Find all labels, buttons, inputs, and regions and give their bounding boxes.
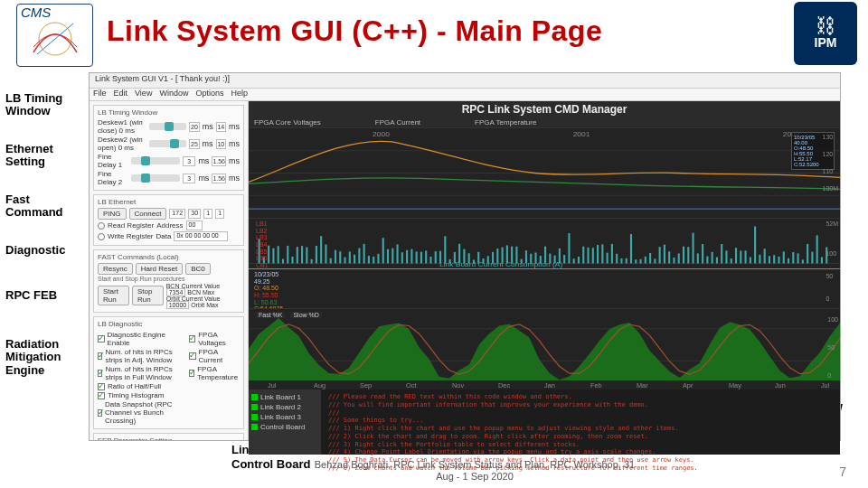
chart-mid[interactable]: LB1LB2LB3LB4LB5LB6CB1 10/23/0549.25O: 48…: [249, 218, 840, 308]
chk-fpga-t[interactable]: [189, 370, 194, 377]
svg-rect-17: [291, 257, 293, 264]
mid-lb-labels: LB1LB2LB3LB4LB5LB6CB1: [256, 221, 269, 269]
chart-top[interactable]: 10/23/05 40.00 O:48.50 H:55.50 L:52.17 C…: [249, 127, 840, 218]
svg-rect-19: [301, 246, 303, 263]
svg-rect-100: [687, 247, 689, 263]
svg-text:Feb: Feb: [590, 382, 602, 389]
chk-fpga-c[interactable]: [189, 352, 195, 360]
menu-help[interactable]: Help: [231, 89, 248, 100]
svg-rect-56: [477, 252, 479, 264]
cms-logo: CMS: [16, 4, 93, 67]
svg-rect-77: [578, 257, 580, 264]
svg-rect-117: [769, 256, 770, 263]
svg-rect-82: [601, 244, 603, 263]
ip-0[interactable]: 172: [169, 209, 185, 219]
svg-rect-39: [397, 244, 399, 263]
addr-input[interactable]: 00: [186, 221, 203, 230]
lbl-diag: Diagnostic: [5, 244, 81, 257]
svg-rect-23: [320, 236, 322, 263]
panel-feb: FEB Parameter Setting CH1DAC1TEMP 1Set D…: [93, 433, 244, 440]
panel-diag: LB Diagnostic Diagnostic Engine Enable N…: [93, 316, 244, 429]
fd1-slider[interactable]: [131, 157, 180, 164]
menu-edit[interactable]: Edit: [114, 89, 128, 100]
svg-rect-69: [540, 256, 542, 263]
svg-rect-29: [349, 251, 351, 263]
chk-hits-adj[interactable]: [98, 352, 102, 360]
svg-text:Dec: Dec: [498, 382, 511, 389]
list-item[interactable]: Control Board: [251, 422, 318, 432]
read-reg-radio[interactable]: [98, 222, 105, 230]
svg-rect-46: [429, 257, 431, 264]
panel-fast-title: FAST Commands (Local): [98, 253, 240, 261]
list-item[interactable]: Link Board 1: [251, 392, 318, 402]
chk-hits-full[interactable]: [98, 370, 102, 377]
svg-rect-80: [592, 248, 594, 263]
svg-rect-109: [731, 258, 732, 263]
svg-rect-45: [425, 250, 427, 263]
svg-rect-61: [502, 248, 504, 264]
list-item[interactable]: Link Board 3: [251, 412, 318, 422]
menu-options[interactable]: Options: [195, 89, 223, 100]
status-messages[interactable]: /// Please read the RED text within this…: [321, 389, 840, 455]
cmd-title: RPC Link System CMD Manager: [249, 101, 840, 117]
svg-rect-89: [635, 259, 637, 263]
svg-rect-103: [702, 244, 703, 263]
ip-1[interactable]: 30: [188, 209, 201, 219]
deskew1-slider[interactable]: [149, 123, 186, 130]
svg-text:Apr: Apr: [683, 382, 693, 389]
svg-rect-33: [368, 256, 370, 263]
data-input[interactable]: 0x 00 00 00 00: [174, 231, 228, 241]
right-pane: RPC Link System CMD Manager FPGA Core Vo…: [249, 101, 840, 440]
ipm-logo: ⛓ IPM: [794, 2, 857, 65]
svg-rect-113: [750, 258, 751, 264]
svg-rect-118: [773, 255, 775, 263]
chk-diag-enable[interactable]: [98, 335, 105, 343]
lbl-fast: Fast Command: [5, 193, 81, 221]
status-window: Link Board 1 Link Board 2 Link Board 3 C…: [249, 389, 840, 455]
svg-rect-63: [511, 247, 513, 264]
bc0-button[interactable]: BC0: [185, 263, 211, 275]
status-icon: [251, 394, 258, 400]
deskew2-slider[interactable]: [149, 140, 186, 147]
svg-rect-122: [792, 252, 794, 264]
chk-fpga-v[interactable]: [189, 335, 195, 343]
menu-view[interactable]: View: [135, 89, 152, 100]
ping-button[interactable]: PING: [98, 208, 127, 220]
menu-file[interactable]: File: [93, 89, 107, 100]
svg-rect-59: [492, 252, 494, 264]
svg-rect-98: [678, 253, 680, 263]
board-control: Control Board: [231, 457, 310, 472]
menu-window[interactable]: Window: [159, 89, 188, 100]
startrun-button[interactable]: Start Run: [98, 286, 129, 305]
resync-button[interactable]: Resync: [98, 263, 133, 275]
write-reg-radio[interactable]: [98, 233, 105, 240]
svg-rect-34: [373, 257, 374, 264]
svg-rect-47: [435, 251, 437, 263]
connect-button[interactable]: Connect: [129, 208, 167, 220]
stoprun-button[interactable]: Stop Run: [132, 286, 164, 305]
svg-rect-110: [735, 248, 737, 263]
hardreset-button[interactable]: Hard Reset: [136, 263, 183, 275]
svg-rect-60: [496, 249, 498, 263]
deskew1-v1: 20: [189, 122, 199, 132]
svg-rect-58: [487, 256, 489, 263]
chk-snapshot[interactable]: [98, 409, 102, 417]
svg-rect-40: [401, 252, 403, 263]
footer: Behzad Boghrati, RPC Link System Status …: [307, 459, 642, 483]
svg-rect-66: [525, 250, 527, 263]
svg-rect-76: [573, 258, 575, 263]
chk-timing[interactable]: [98, 392, 105, 399]
svg-rect-102: [697, 253, 699, 263]
panel-eth-title: LB Ethernet: [98, 198, 240, 206]
ip-3[interactable]: 1: [215, 209, 224, 219]
panel-timing: LB Timing Window Deskew1 (win close) 0 m…: [93, 105, 244, 191]
svg-rect-120: [783, 251, 785, 263]
ip-2[interactable]: 1: [203, 209, 212, 219]
chk-ratio[interactable]: [98, 383, 105, 390]
fd2-slider[interactable]: [131, 174, 180, 182]
svg-rect-25: [330, 258, 332, 264]
chart-bot[interactable]: Fast %K Slow %D JulAugSepOctNovDecJanFeb…: [249, 308, 840, 389]
svg-text:2000: 2000: [373, 130, 390, 138]
list-item[interactable]: Link Board 2: [251, 402, 318, 412]
svg-text:Mar: Mar: [637, 382, 648, 389]
